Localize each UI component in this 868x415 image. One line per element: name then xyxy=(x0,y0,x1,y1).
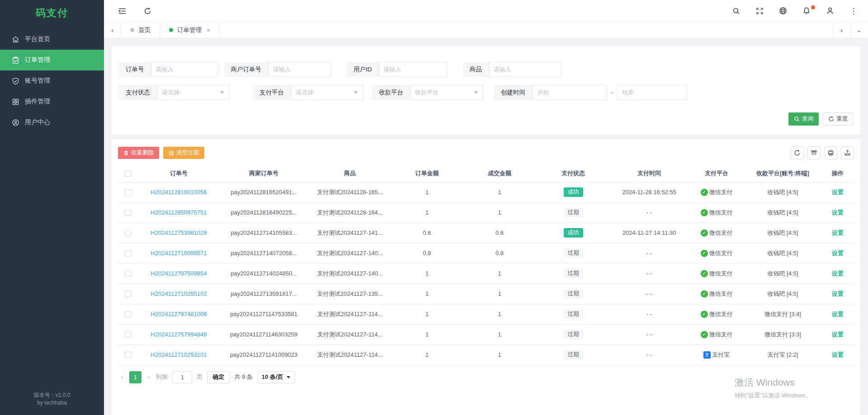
pay-time: - - xyxy=(609,304,689,324)
order-no-input[interactable] xyxy=(151,62,217,76)
settings-link[interactable]: 设置 xyxy=(832,209,844,216)
fullscreen-icon[interactable] xyxy=(755,6,764,15)
next-page-icon[interactable]: › xyxy=(146,373,152,381)
order-no-link[interactable]: H2024112710253101 xyxy=(151,351,207,358)
order-no-link[interactable]: H2024112797509854 xyxy=(151,270,207,277)
pay-status-badge: 过期 xyxy=(564,269,583,278)
search-icon[interactable] xyxy=(731,6,741,15)
tab-close-icon[interactable]: × xyxy=(207,27,210,34)
settings-link[interactable]: 设置 xyxy=(832,270,844,277)
user-id-input[interactable] xyxy=(379,62,447,76)
pay-status-badge: 过期 xyxy=(564,330,583,339)
version-number: 版本号：v1.0.0 xyxy=(0,392,104,399)
sidebar-item-platform-home[interactable]: 平台首页 xyxy=(0,29,104,50)
pay-time: - - xyxy=(609,243,689,263)
order-no-link[interactable]: H2024112753981029 xyxy=(151,229,207,236)
chevron-down-icon xyxy=(220,91,224,94)
user-avatar-icon[interactable] xyxy=(826,6,835,15)
order-no-link[interactable]: H2024112757994849 xyxy=(151,331,207,338)
column-header: 支付状态 xyxy=(537,165,609,182)
settings-link[interactable]: 设置 xyxy=(832,290,844,297)
tab-home[interactable]: 首页 xyxy=(121,22,160,38)
tab-order-management[interactable]: 订单管理 × xyxy=(160,22,220,38)
notification-bell-icon[interactable] xyxy=(802,6,811,15)
order-no-link[interactable]: H2024112850975751 xyxy=(151,209,207,216)
sidebar-item-plugin-management[interactable]: 插件管理 xyxy=(0,91,104,112)
select-all-checkbox[interactable] xyxy=(125,171,131,177)
deal-amount: 1 xyxy=(462,324,537,345)
search-button[interactable]: 查询 xyxy=(788,112,819,126)
version-author: by techhaha xyxy=(0,399,104,407)
deal-amount: 0.8 xyxy=(462,243,537,263)
order-no-link[interactable]: H2024112797481009 xyxy=(151,311,207,317)
pay-platform-select[interactable]: 请选择 xyxy=(291,85,363,100)
merchant-order-no: pay2024112714024850... xyxy=(220,263,308,284)
refresh-page-icon[interactable] xyxy=(143,6,152,15)
row-checkbox[interactable] xyxy=(125,352,131,358)
print-button[interactable] xyxy=(824,146,837,159)
table-row: H2024112710253101pay202411271141009023支付… xyxy=(118,345,854,365)
receive-platform-select[interactable]: 收款平台 xyxy=(410,85,483,100)
order-amount: 1 xyxy=(392,182,462,202)
app-logo: 码支付 xyxy=(0,0,104,26)
filter-merchant-no: 商户订单号 xyxy=(224,62,332,77)
row-checkbox[interactable] xyxy=(125,230,131,236)
sidebar-item-user-center[interactable]: 用户中心 xyxy=(0,112,104,133)
settings-link[interactable]: 设置 xyxy=(832,189,844,196)
row-checkbox[interactable] xyxy=(125,331,131,338)
column-header: 操作 xyxy=(821,165,854,182)
order-no-link[interactable]: H2024112810010056 xyxy=(151,189,207,196)
clear-expired-button[interactable]: 清空过期 xyxy=(163,147,204,159)
row-checkbox[interactable] xyxy=(125,189,131,196)
export-button[interactable] xyxy=(841,146,854,159)
row-checkbox[interactable] xyxy=(125,311,131,317)
row-checkbox[interactable] xyxy=(125,270,131,277)
goto-page-input[interactable] xyxy=(172,371,192,383)
sidebar-item-order-management[interactable]: 订单管理 xyxy=(0,50,104,70)
order-no-link[interactable]: H2024112710255102 xyxy=(151,290,207,297)
settings-link[interactable]: 设置 xyxy=(832,250,844,256)
language-globe-icon[interactable] xyxy=(778,6,788,15)
wechat-pay-icon: ✓ xyxy=(701,189,708,196)
reset-button[interactable]: 重置 xyxy=(823,112,853,126)
settings-link[interactable]: 设置 xyxy=(832,331,844,338)
sidebar-item-account-management[interactable]: 账号管理 xyxy=(0,70,104,91)
pay-time: - - xyxy=(609,202,689,223)
column-settings-button[interactable] xyxy=(807,146,821,159)
filter-label: 商户订单号 xyxy=(224,62,269,77)
date-end-input[interactable] xyxy=(618,85,687,99)
date-start-input[interactable] xyxy=(533,85,607,99)
collapse-sidebar-icon[interactable] xyxy=(118,6,127,15)
notification-dot xyxy=(811,5,815,9)
product-input[interactable] xyxy=(489,62,561,76)
order-amount: 0.6 xyxy=(392,223,462,243)
merchant-order-no: pay2024112713591817... xyxy=(220,284,308,304)
tabs-scroll-left-icon[interactable]: ‹ xyxy=(104,22,121,38)
table-refresh-button[interactable] xyxy=(791,146,804,159)
product-name: 支付测试20241127-140... xyxy=(308,243,392,263)
merchant-order-no: pay2024112816490225... xyxy=(220,202,308,223)
topbar: ⋮ xyxy=(104,0,868,22)
row-checkbox[interactable] xyxy=(125,250,131,256)
page-number-button[interactable]: 1 xyxy=(129,371,142,383)
pay-status-select[interactable]: 请选择 xyxy=(157,85,229,100)
settings-link[interactable]: 设置 xyxy=(832,351,844,358)
tabs-dropdown-icon[interactable]: ⌄ xyxy=(850,22,868,38)
tabs-scroll-right-icon[interactable]: › xyxy=(833,22,850,38)
pay-time: - - xyxy=(609,263,689,284)
row-checkbox[interactable] xyxy=(125,291,131,297)
printer-icon xyxy=(827,149,834,156)
settings-link[interactable]: 设置 xyxy=(832,311,844,317)
batch-delete-button[interactable]: 批量删除 xyxy=(118,147,159,159)
more-options-icon[interactable]: ⋮ xyxy=(849,6,858,15)
user-circle-icon xyxy=(12,119,19,126)
settings-link[interactable]: 设置 xyxy=(832,229,844,236)
prev-page-icon[interactable]: ‹ xyxy=(119,373,125,381)
page-size-select[interactable]: 10 条/页 xyxy=(257,371,295,383)
row-checkbox[interactable] xyxy=(125,210,131,216)
order-no-link[interactable]: H2024112710099571 xyxy=(151,250,207,256)
merchant-no-input[interactable] xyxy=(269,62,331,76)
pay-status-badge: 过期 xyxy=(564,289,583,298)
filter-user-id: 用户ID xyxy=(347,62,448,77)
goto-confirm-button[interactable]: 确定 xyxy=(207,371,230,383)
